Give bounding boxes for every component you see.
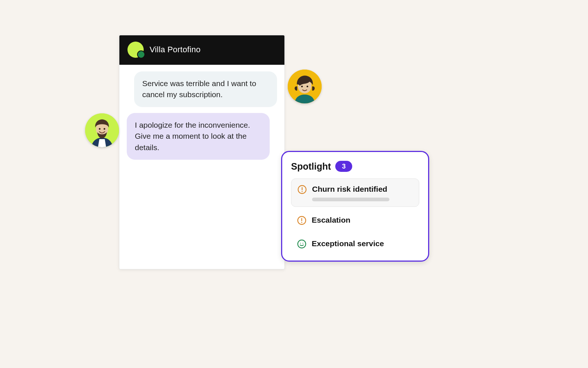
spotlight-header: Spotlight 3 [291, 161, 419, 172]
agent-avatar [85, 113, 119, 147]
spotlight-item-escalation[interactable]: Escalation [291, 210, 419, 230]
svg-point-4 [99, 128, 100, 130]
spotlight-item-label: Escalation [312, 215, 350, 225]
message-bubble-customer[interactable]: Service was terrible and I want to cance… [134, 71, 277, 107]
smile-icon [297, 239, 307, 249]
alert-circle-icon [297, 216, 307, 225]
spotlight-item-exceptional-service[interactable]: Exceptional service [291, 233, 419, 254]
spotlight-item-churn-risk[interactable]: Churn risk identified [291, 178, 419, 207]
chat-window: Villa Portofino Service was terrible and… [119, 35, 285, 269]
chat-header: Villa Portofino [119, 35, 284, 65]
svg-point-2 [307, 86, 308, 88]
svg-point-1 [301, 86, 303, 88]
svg-point-11 [301, 222, 302, 223]
presence-indicator-icon [137, 50, 145, 59]
contact-avatar [127, 42, 144, 58]
placeholder-line [312, 198, 389, 201]
message-bubble-agent[interactable]: I apologize for the inconvenience. Give … [127, 113, 270, 160]
spotlight-item-label: Churn risk identified [312, 184, 389, 194]
svg-point-8 [302, 191, 303, 192]
spotlight-list: Churn risk identified Escalation [291, 178, 419, 254]
svg-point-13 [300, 243, 301, 244]
svg-point-14 [302, 243, 303, 244]
svg-point-5 [104, 128, 105, 130]
alert-circle-icon [297, 185, 307, 194]
spotlight-item-label: Exceptional service [312, 238, 384, 248]
chat-messages: Service was terrible and I want to cance… [119, 65, 284, 166]
chat-title: Villa Portofino [150, 45, 200, 54]
customer-avatar [288, 70, 322, 103]
svg-point-12 [298, 240, 306, 248]
spotlight-title: Spotlight [291, 161, 331, 172]
spotlight-count-badge: 3 [335, 161, 352, 172]
spotlight-panel: Spotlight 3 Churn risk identified [281, 151, 429, 262]
